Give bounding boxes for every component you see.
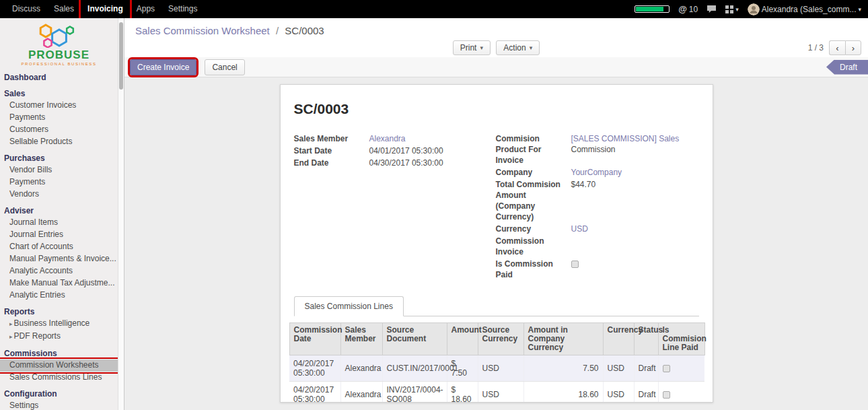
sidebar-item-settings[interactable]: Settings bbox=[0, 400, 118, 410]
menu-settings[interactable]: Settings bbox=[161, 0, 204, 18]
top-menu: Discuss Sales Invoicing Apps Settings bbox=[0, 0, 204, 18]
sidebar-item-vendor-bills[interactable]: Vendor Bills bbox=[0, 164, 118, 176]
sidebar-item-commission-worksheets[interactable]: Commission Worksheets bbox=[0, 360, 118, 372]
cell-amount[interactable]: $ 7.50 bbox=[447, 355, 478, 382]
sidebar-item-business-intelligence[interactable]: ▸Business Intelligence bbox=[0, 318, 118, 331]
sidebar-scrollbar[interactable] bbox=[118, 18, 124, 410]
table-row[interactable]: 04/20/2017 05:30:00 Alexandra INV/2017/0… bbox=[289, 382, 704, 403]
table-row[interactable]: 04/20/2017 05:30:00 Alexandra CUST.IN/20… bbox=[289, 355, 704, 382]
cancel-button[interactable]: Cancel bbox=[205, 59, 244, 75]
col-amount-company-currency[interactable]: Amount in Company Currency bbox=[523, 323, 603, 355]
cell-source-currency[interactable]: USD bbox=[478, 382, 523, 403]
pager-next-button[interactable]: › bbox=[845, 40, 861, 55]
sidebar-heading-configuration[interactable]: Configuration bbox=[0, 387, 118, 400]
col-commission-date[interactable]: Commission Date bbox=[289, 323, 340, 355]
sidebar-item-analytic-entries[interactable]: Analytic Entries bbox=[0, 289, 118, 302]
sidebar-heading-dashboard[interactable]: Dashboard bbox=[0, 71, 118, 83]
col-currency[interactable]: Currency bbox=[603, 323, 634, 355]
cell-amount-company[interactable]: 7.50 bbox=[523, 355, 603, 382]
expand-arrow-icon: ▸ bbox=[9, 320, 13, 327]
action-button[interactable]: Action▾ bbox=[496, 40, 540, 55]
sidebar-heading-reports[interactable]: Reports bbox=[0, 305, 118, 318]
sidebar-item-customers[interactable]: Customers bbox=[0, 124, 118, 136]
expand-arrow-icon: ▸ bbox=[9, 333, 13, 340]
activities-counter[interactable]: @ 10 bbox=[678, 4, 698, 14]
menu-discuss[interactable]: Discuss bbox=[5, 0, 47, 18]
cell-doc[interactable]: INV/2017/0004-SO008 bbox=[382, 382, 447, 403]
sidebar-heading-sales[interactable]: Sales bbox=[0, 87, 118, 100]
systray: @ 10 ▾ Alexandra (Sales_comm... ▾ bbox=[635, 3, 868, 15]
col-amount[interactable]: Amount bbox=[447, 323, 478, 355]
create-invoice-button[interactable]: Create Invoice bbox=[130, 59, 196, 75]
user-menu[interactable]: Alexandra (Sales_comm... ▾ bbox=[748, 3, 861, 15]
sidebar-item-payments-sales[interactable]: Payments bbox=[0, 112, 118, 124]
field-label: Start Date bbox=[294, 145, 369, 156]
cell-doc[interactable]: CUST.IN/2017/0001 bbox=[382, 355, 447, 382]
sidebar-item-customer-invoices[interactable]: Customer Invoices bbox=[0, 100, 118, 112]
sidebar-item-tax-adjustment[interactable]: Make Manual Tax Adjustme... bbox=[0, 277, 118, 289]
field-group-left: Sales Member Alexandra Start Date 04/01/… bbox=[294, 133, 496, 281]
cell-status[interactable]: Draft bbox=[634, 382, 658, 403]
timer-widget[interactable] bbox=[635, 5, 670, 13]
field-label: Total Commision Amount (Company Currency… bbox=[496, 179, 571, 222]
line-paid-checkbox[interactable] bbox=[663, 365, 670, 372]
menu-invoicing[interactable]: Invoicing bbox=[81, 0, 130, 18]
col-source-document[interactable]: Source Document bbox=[382, 323, 447, 355]
breadcrumb-parent[interactable]: Sales Commission Worksheet bbox=[135, 25, 270, 36]
breadcrumb-current: SC/0003 bbox=[285, 25, 324, 36]
sidebar-item-pdf-reports[interactable]: ▸PDF Reports bbox=[0, 331, 118, 343]
main-content: Sales Commission Worksheet / SC/0003 Pri… bbox=[124, 18, 868, 410]
col-source-currency[interactable]: Source Currency bbox=[478, 323, 523, 355]
is-commission-paid-checkbox[interactable] bbox=[571, 261, 579, 268]
col-is-commission-line-paid[interactable]: Is Commision Line Paid bbox=[658, 323, 704, 355]
sidebar-item-journal-entries[interactable]: Journal Entries bbox=[0, 229, 118, 241]
menu-apps[interactable]: Apps bbox=[130, 0, 161, 18]
commission-product-link[interactable]: [SALES COMMISSION] Sales bbox=[571, 134, 680, 143]
sidebar-item-sales-commissions-lines[interactable]: Sales Commissions Lines bbox=[0, 372, 118, 384]
status-badge-draft[interactable]: Draft bbox=[826, 60, 868, 75]
logo-name: PROBUSE bbox=[0, 48, 118, 62]
pager-value: 1 / 3 bbox=[808, 43, 824, 53]
company-link[interactable]: YourCompany bbox=[571, 168, 622, 177]
sidebar: PROBUSE PROFESSIONAL BUSINESS Dashboard … bbox=[0, 18, 124, 410]
print-button[interactable]: Print▾ bbox=[453, 40, 491, 55]
cell-source-currency[interactable]: USD bbox=[478, 355, 523, 382]
cell-member[interactable]: Alexandra bbox=[340, 355, 382, 382]
sidebar-item-vendors[interactable]: Vendors bbox=[0, 189, 118, 201]
col-sales-member[interactable]: Sales Member bbox=[340, 323, 382, 355]
currency-link[interactable]: USD bbox=[571, 224, 588, 234]
cell-amount[interactable]: $ 18.60 bbox=[447, 382, 478, 403]
cell-member[interactable]: Alexandra bbox=[340, 382, 382, 403]
sidebar-heading-adviser[interactable]: Adviser bbox=[0, 204, 118, 217]
menu-sales[interactable]: Sales bbox=[47, 0, 81, 18]
action-buttons: Print▾ Action▾ bbox=[453, 40, 540, 55]
breadcrumb: Sales Commission Worksheet / SC/0003 bbox=[135, 25, 324, 36]
form-sheet: SC/0003 Sales Member Alexandra Start Dat… bbox=[280, 84, 713, 403]
cell-currency[interactable]: USD bbox=[603, 382, 634, 403]
cell-currency[interactable]: USD bbox=[603, 355, 634, 382]
field-commission-invoice: Commission Invoice bbox=[496, 236, 699, 257]
cell-amount-company[interactable]: 18.60 bbox=[523, 382, 603, 403]
sidebar-item-payments-purchases[interactable]: Payments bbox=[0, 176, 118, 189]
record-title: SC/0003 bbox=[294, 101, 699, 117]
pager-previous-button[interactable]: ‹ bbox=[829, 40, 845, 55]
tab-sales-commission-lines[interactable]: Sales Commission Lines bbox=[294, 296, 404, 316]
messages-icon[interactable] bbox=[707, 5, 717, 13]
chevron-down-icon: ▾ bbox=[530, 44, 533, 51]
cell-status[interactable]: Draft bbox=[634, 355, 658, 382]
sidebar-item-chart-of-accounts[interactable]: Chart of Accounts bbox=[0, 241, 118, 253]
probuse-logo[interactable]: PROBUSE PROFESSIONAL BUSINESS bbox=[0, 18, 118, 67]
sidebar-item-analytic-accounts[interactable]: Analytic Accounts bbox=[0, 265, 118, 277]
grid-menu-icon[interactable]: ▾ bbox=[725, 5, 739, 13]
line-paid-checkbox[interactable] bbox=[663, 391, 670, 399]
sidebar-item-manual-payments[interactable]: Manual Payments & Invoice... bbox=[0, 253, 118, 265]
scrollbar-thumb[interactable] bbox=[119, 22, 123, 90]
sidebar-heading-commissions[interactable]: Commissions bbox=[0, 347, 118, 360]
sidebar-item-journal-items[interactable]: Journal Items bbox=[0, 217, 118, 229]
cell-date[interactable]: 04/20/2017 05:30:00 bbox=[289, 382, 340, 403]
sales-member-link[interactable]: Alexandra bbox=[369, 134, 406, 143]
cell-date[interactable]: 04/20/2017 05:30:00 bbox=[289, 355, 340, 382]
sidebar-item-sellable-products[interactable]: Sellable Products bbox=[0, 136, 118, 148]
field-label: Commision Product For Invoice bbox=[496, 133, 571, 166]
sidebar-heading-purchases[interactable]: Purchases bbox=[0, 151, 118, 164]
